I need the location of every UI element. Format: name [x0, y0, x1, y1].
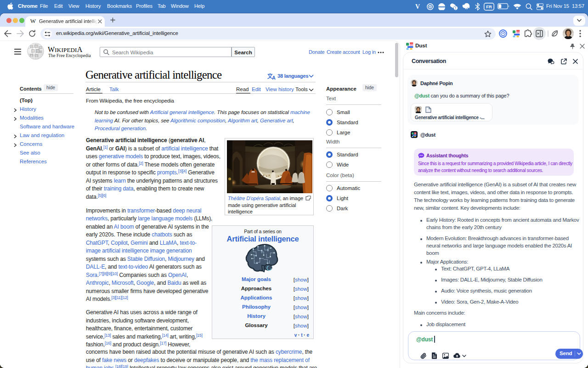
svg-text:FR: FR — [486, 4, 492, 9]
svg-text:A: A — [31, 54, 33, 57]
svg-text:ウ: ウ — [36, 50, 39, 52]
svg-text:Ω: Ω — [35, 45, 37, 47]
svg-text:维: 维 — [32, 50, 34, 52]
svg-text:w: w — [35, 54, 37, 57]
svg-text:N: N — [40, 46, 41, 49]
svg-text:A: A — [272, 75, 276, 80]
svg-text:W: W — [30, 46, 33, 48]
